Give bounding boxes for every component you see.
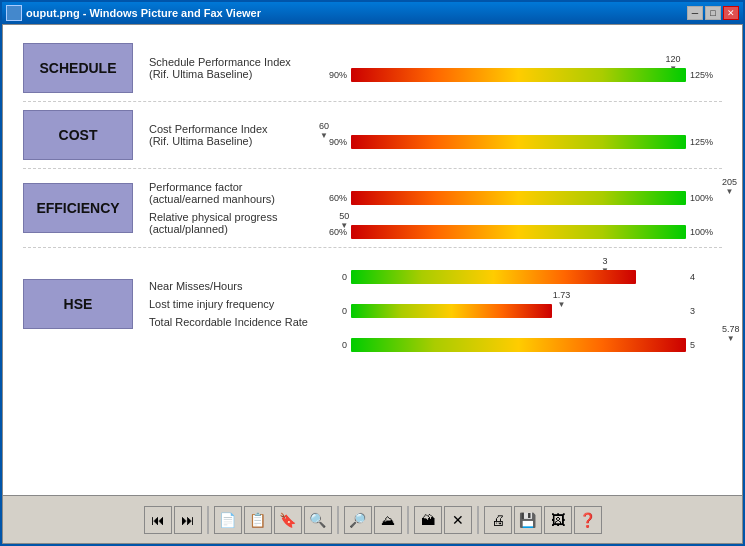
app-icon [6, 5, 22, 21]
indicator-value-hse-1: 1.73 [553, 290, 571, 300]
save-button[interactable]: 💾 [514, 506, 542, 534]
bar-top-label-efficiency-0: 205▼ [319, 177, 722, 191]
bar-track-cost-0 [351, 135, 686, 149]
delete-button[interactable]: ✕ [444, 506, 472, 534]
bar-wrapper-cost-0: 60▼90%125% [319, 121, 722, 149]
label-efficiency: EFFICIENCY [23, 183, 133, 233]
metric-row-schedule: SCHEDULESchedule Performance Index (Rif.… [23, 35, 722, 102]
window-title: ouput.png - Windows Picture and Fax View… [26, 7, 687, 19]
bars-col-hse: 3▼041.73▼035.78▼05 [319, 256, 722, 352]
bar-row-efficiency-1: 60%100% [319, 225, 722, 239]
toolbar-separator-1 [207, 506, 209, 534]
bar-fill-efficiency-1 [351, 225, 686, 239]
indicator-value-cost-0: 60 [319, 121, 329, 131]
indicator-value-efficiency-0: 205 [722, 177, 737, 187]
indicator-value-efficiency-1: 50 [339, 211, 349, 221]
desc-item-hse-2: Total Recordable Incidence Rate [149, 316, 309, 328]
content-area: SCHEDULESchedule Performance Index (Rif.… [2, 24, 743, 544]
bookmark-button[interactable]: 🔖 [274, 506, 302, 534]
desc-item-cost-0: Cost Performance Index (Rif. Ultima Base… [149, 123, 309, 147]
metric-row-hse: HSENear Misses/HoursLost time injury fre… [23, 248, 722, 360]
bar-row-schedule-0: 90%125% [319, 68, 722, 82]
bar-row-hse-1: 03 [319, 304, 722, 318]
bar-track-hse-2 [351, 338, 686, 352]
toolbar-separator-9 [477, 506, 479, 534]
bar-fill-efficiency-0 [351, 191, 686, 205]
bar-end-label-schedule-0: 125% [690, 70, 722, 80]
bar-row-hse-0: 04 [319, 270, 722, 284]
indicator-arrow-efficiency-0: ▼ [726, 187, 734, 196]
bar-start-label-hse-1: 0 [319, 306, 347, 316]
help-button[interactable]: ❓ [574, 506, 602, 534]
bar-end-label-efficiency-0: 100% [690, 193, 722, 203]
slide-show2-button[interactable]: 🏔 [414, 506, 442, 534]
copy-button[interactable]: 📄 [214, 506, 242, 534]
bar-fill-schedule-0 [351, 68, 686, 82]
toolbar-separator-5 [337, 506, 339, 534]
label-cost: COST [23, 110, 133, 160]
bar-indicator-efficiency-1: 50▼ [339, 211, 349, 230]
bar-wrapper-hse-2: 5.78▼05 [319, 324, 722, 352]
paste-button[interactable]: 📋 [244, 506, 272, 534]
indicator-arrow-hse-2: ▼ [727, 334, 735, 343]
title-bar: ouput.png - Windows Picture and Fax View… [2, 2, 743, 24]
bar-row-hse-2: 05 [319, 338, 722, 352]
slide-show-button[interactable]: ⛰ [374, 506, 402, 534]
bar-start-label-hse-0: 0 [319, 272, 347, 282]
bar-track-hse-0 [351, 270, 686, 284]
indicator-value-hse-2: 5.78 [722, 324, 740, 334]
bars-col-schedule: 120▼90%125% [319, 54, 722, 82]
indicator-arrow-cost-0: ▼ [320, 131, 328, 140]
bar-wrapper-schedule-0: 120▼90%125% [319, 54, 722, 82]
bar-top-label-efficiency-1: 50▼ [319, 211, 722, 225]
bars-col-cost: 60▼90%125% [319, 121, 722, 149]
bar-top-label-hse-0: 3▼ [319, 256, 722, 270]
restore-button[interactable]: □ [705, 6, 721, 20]
desc-col-cost: Cost Performance Index (Rif. Ultima Base… [149, 123, 309, 147]
print-button[interactable]: 🖨 [484, 506, 512, 534]
metric-row-efficiency: EFFICIENCYPerformance factor (actual/ear… [23, 169, 722, 248]
label-hse: HSE [23, 279, 133, 329]
bar-start-label-schedule-0: 90% [319, 70, 347, 80]
desc-col-schedule: Schedule Performance Index (Rif. Ultima … [149, 56, 309, 80]
bar-end-label-efficiency-1: 100% [690, 227, 722, 237]
bar-top-label-schedule-0: 120▼ [319, 54, 722, 68]
desc-item-efficiency-0: Performance factor (actual/earned manhou… [149, 181, 309, 205]
bar-end-label-hse-1: 3 [690, 306, 722, 316]
desc-item-schedule-0: Schedule Performance Index (Rif. Ultima … [149, 56, 309, 80]
bar-end-label-hse-2: 5 [690, 340, 722, 350]
desc-col-hse: Near Misses/HoursLost time injury freque… [149, 280, 309, 328]
toolbar: ⏮⏭📄📋🔖🔍🔎⛰🏔✕🖨💾🖼❓ [3, 495, 742, 543]
zoom-in-button[interactable]: 🔍 [304, 506, 332, 534]
main-window: ouput.png - Windows Picture and Fax View… [0, 0, 745, 546]
close-button[interactable]: ✕ [723, 6, 739, 20]
open-with-button[interactable]: 🖼 [544, 506, 572, 534]
desc-item-hse-1: Lost time injury frequency [149, 298, 309, 310]
bar-wrapper-efficiency-1: 50▼60%100% [319, 211, 722, 239]
first-button[interactable]: ⏮ [144, 506, 172, 534]
bar-wrapper-hse-0: 3▼04 [319, 256, 722, 284]
bar-wrapper-efficiency-0: 205▼60%100% [319, 177, 722, 205]
window-controls: ─ □ ✕ [687, 6, 739, 20]
label-schedule: SCHEDULE [23, 43, 133, 93]
bar-start-label-hse-2: 0 [319, 340, 347, 350]
last-button[interactable]: ⏭ [174, 506, 202, 534]
bar-indicator-cost-0: 60▼ [319, 121, 329, 140]
desc-item-hse-0: Near Misses/Hours [149, 280, 309, 292]
bar-track-schedule-0 [351, 68, 686, 82]
metric-row-cost: COSTCost Performance Index (Rif. Ultima … [23, 102, 722, 169]
bar-track-efficiency-1 [351, 225, 686, 239]
bar-top-label-hse-2: 5.78▼ [319, 324, 722, 338]
minimize-button[interactable]: ─ [687, 6, 703, 20]
desc-col-efficiency: Performance factor (actual/earned manhou… [149, 181, 309, 235]
toolbar-separator-7 [407, 506, 409, 534]
indicator-arrow-efficiency-1: ▼ [340, 221, 348, 230]
zoom-out-button[interactable]: 🔎 [344, 506, 372, 534]
bar-end-label-cost-0: 125% [690, 137, 722, 147]
bars-col-efficiency: 205▼60%100%50▼60%100% [319, 177, 722, 239]
bar-row-cost-0: 90%125% [319, 135, 722, 149]
bar-start-label-efficiency-0: 60% [319, 193, 347, 203]
bar-top-label-cost-0: 60▼ [319, 121, 722, 135]
bar-track-hse-1 [351, 304, 686, 318]
indicator-value-schedule-0: 120 [666, 54, 681, 64]
